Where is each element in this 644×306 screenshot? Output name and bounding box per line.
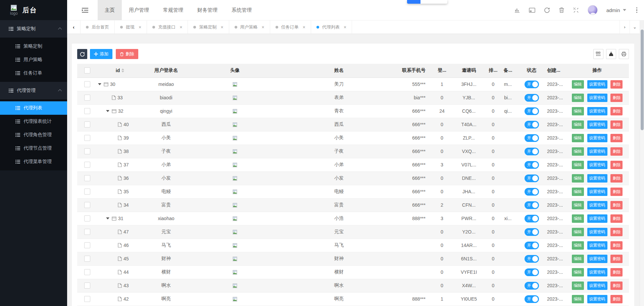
- edit-button[interactable]: 编辑: [572, 228, 584, 236]
- status-toggle[interactable]: 开: [525, 215, 539, 222]
- status-toggle[interactable]: 开: [525, 282, 539, 290]
- sidebar-item-0-1[interactable]: 用户策略: [0, 53, 67, 66]
- set-password-button[interactable]: 设置密码: [587, 201, 607, 209]
- edit-button[interactable]: 编辑: [572, 107, 584, 115]
- row-delete-button[interactable]: 删除: [610, 134, 623, 142]
- row-checkbox[interactable]: [84, 148, 90, 154]
- set-password-button[interactable]: 设置密码: [587, 174, 607, 183]
- set-password-button[interactable]: 设置密码: [587, 282, 607, 290]
- status-toggle[interactable]: 开: [525, 107, 539, 115]
- tab-6[interactable]: 代理列表 ×: [311, 20, 352, 34]
- tab-3[interactable]: 策略定制 ×: [188, 20, 229, 34]
- status-toggle[interactable]: 开: [525, 255, 539, 263]
- set-password-button[interactable]: 设置密码: [587, 147, 607, 156]
- fullscreen-icon[interactable]: [573, 7, 579, 13]
- tab-4[interactable]: 用户策略 ×: [229, 20, 270, 34]
- sidebar-item-0-0[interactable]: 策略定制: [0, 40, 67, 53]
- export-icon[interactable]: [606, 49, 616, 59]
- row-delete-button[interactable]: 删除: [610, 161, 623, 169]
- set-password-button[interactable]: 设置密码: [587, 188, 607, 196]
- row-delete-button[interactable]: 删除: [610, 174, 623, 183]
- edit-button[interactable]: 编辑: [572, 282, 584, 290]
- set-password-button[interactable]: 设置密码: [587, 80, 607, 89]
- status-toggle[interactable]: 开: [525, 134, 539, 142]
- edit-button[interactable]: 编辑: [572, 134, 584, 142]
- row-delete-button[interactable]: 删除: [610, 80, 623, 89]
- row-delete-button[interactable]: 删除: [610, 201, 623, 209]
- edit-button[interactable]: 编辑: [572, 174, 584, 183]
- sidebar-item-1-0[interactable]: 代理列表: [0, 101, 67, 115]
- edit-button[interactable]: 编辑: [572, 214, 584, 223]
- status-toggle[interactable]: 开: [525, 188, 539, 196]
- tab-close-icon[interactable]: ×: [344, 25, 346, 30]
- tab-scroll-left-button[interactable]: ‹: [67, 20, 81, 34]
- row-checkbox[interactable]: [84, 229, 90, 235]
- tab-scroll-right-button[interactable]: ›: [620, 20, 630, 34]
- popup-button-fragment[interactable]: [407, 0, 420, 4]
- tab-5[interactable]: 任务订单 ×: [270, 20, 311, 34]
- tree-collapse-icon[interactable]: [106, 217, 109, 221]
- row-delete-button[interactable]: 删除: [610, 188, 623, 196]
- row-delete-button[interactable]: 删除: [610, 214, 623, 223]
- row-checkbox[interactable]: [84, 283, 90, 289]
- status-toggle[interactable]: 开: [525, 148, 539, 155]
- edit-button[interactable]: 编辑: [572, 147, 584, 156]
- row-checkbox[interactable]: [84, 121, 90, 128]
- topnav-item-4[interactable]: 系统管理: [225, 0, 259, 20]
- row-checkbox[interactable]: [84, 296, 90, 302]
- tab-close-icon[interactable]: ×: [262, 25, 264, 30]
- select-all-checkbox[interactable]: [84, 67, 90, 73]
- status-toggle[interactable]: 开: [525, 81, 539, 88]
- columns-icon[interactable]: [593, 49, 603, 59]
- row-checkbox[interactable]: [84, 189, 90, 195]
- set-password-button[interactable]: 设置密码: [587, 241, 607, 250]
- status-toggle[interactable]: 开: [525, 161, 539, 169]
- status-toggle[interactable]: 开: [525, 201, 539, 209]
- tab-close-icon[interactable]: ×: [139, 25, 141, 30]
- set-password-button[interactable]: 设置密码: [587, 214, 607, 223]
- edit-button[interactable]: 编辑: [572, 201, 584, 209]
- trash-icon[interactable]: [559, 7, 564, 13]
- row-checkbox[interactable]: [84, 81, 90, 87]
- row-delete-button[interactable]: 删除: [610, 255, 623, 263]
- tab-close-icon[interactable]: ×: [180, 25, 182, 30]
- tab-close-icon[interactable]: ×: [303, 25, 305, 30]
- tree-collapse-icon[interactable]: [106, 110, 109, 114]
- row-checkbox[interactable]: [84, 95, 90, 101]
- print-icon[interactable]: [619, 49, 629, 59]
- row-checkbox[interactable]: [84, 135, 90, 141]
- row-checkbox[interactable]: [84, 242, 90, 248]
- row-delete-button[interactable]: 删除: [610, 94, 623, 102]
- tab-close-icon[interactable]: ×: [220, 25, 223, 30]
- set-password-button[interactable]: 设置密码: [587, 228, 607, 236]
- sidebar-item-1-4[interactable]: 代理菜单管理: [0, 155, 67, 168]
- tab-0[interactable]: 后台首页: [81, 20, 115, 34]
- row-checkbox[interactable]: [84, 108, 90, 114]
- set-password-button[interactable]: 设置密码: [587, 268, 607, 276]
- sidebar-item-1-2[interactable]: 代理角色管理: [0, 128, 67, 142]
- edit-button[interactable]: 编辑: [572, 255, 584, 263]
- user-menu[interactable]: admin: [606, 7, 626, 13]
- row-delete-button[interactable]: 删除: [610, 295, 623, 303]
- status-toggle[interactable]: 开: [525, 242, 539, 249]
- sidebar-toggle-icon[interactable]: [82, 8, 88, 13]
- set-password-button[interactable]: 设置密码: [587, 94, 607, 102]
- status-toggle[interactable]: 开: [525, 121, 539, 129]
- refresh-button[interactable]: [77, 49, 87, 59]
- sort-icon[interactable]: [121, 67, 124, 74]
- status-toggle[interactable]: 开: [525, 228, 539, 236]
- sidebar-group-1[interactable]: 代理管理: [0, 82, 67, 99]
- edit-button[interactable]: 编辑: [572, 120, 584, 129]
- add-button[interactable]: 添加: [90, 49, 112, 59]
- tab-menu-button[interactable]: ⌄: [630, 20, 640, 34]
- status-toggle[interactable]: 开: [525, 94, 539, 102]
- set-password-button[interactable]: 设置密码: [587, 134, 607, 142]
- row-delete-button[interactable]: 删除: [610, 228, 623, 236]
- row-delete-button[interactable]: 删除: [610, 147, 623, 156]
- tab-2[interactable]: 充值接口 ×: [147, 20, 188, 34]
- row-checkbox[interactable]: [84, 256, 90, 262]
- edit-button[interactable]: 编辑: [572, 80, 584, 89]
- page-scrollbar-thumb[interactable]: [641, 30, 644, 130]
- row-checkbox[interactable]: [84, 175, 90, 181]
- user-avatar[interactable]: [588, 5, 598, 15]
